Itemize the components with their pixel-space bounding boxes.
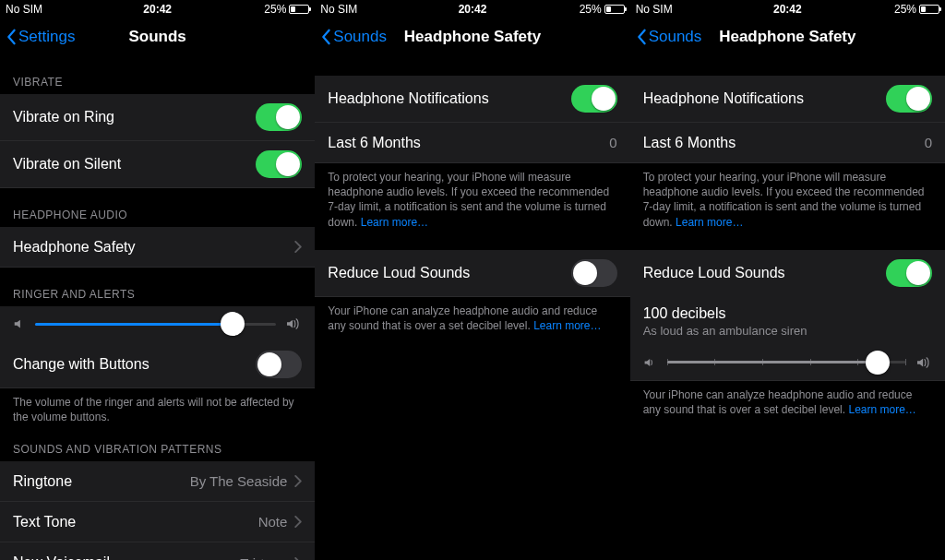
status-battery: 25% [209,3,310,16]
nav-bar: Sounds Headphone Safety [315,18,629,55]
decibel-slider-row [630,345,945,381]
volume-high-icon [285,317,302,330]
status-bar: No SIM 20:42 25% [0,0,315,18]
status-time: 20:42 [736,3,838,16]
status-time: 20:42 [107,3,209,16]
ringer-volume-slider-row [0,306,315,341]
row-ringtone[interactable]: Ringtone By The Seaside [0,461,315,502]
section-headphone-audio: HEADPHONE AUDIO [0,188,315,227]
ringer-volume-slider[interactable] [35,323,276,326]
row-last-6-months[interactable]: Last 6 Months 0 [630,123,945,163]
status-time: 20:42 [422,3,523,16]
reduce-footer: Your iPhone can analyze headphone audio … [315,297,629,335]
notifications-footer: To protect your hearing, your iPhone wil… [315,163,629,232]
row-last-6-months[interactable]: Last 6 Months 0 [315,123,629,163]
learn-more-link[interactable]: Learn more… [533,319,601,332]
toggle-headphone-notifications[interactable] [571,85,617,113]
notifications-footer: To protect your hearing, your iPhone wil… [630,163,945,232]
row-new-voicemail[interactable]: New Voicemail Tri-tone [0,542,315,560]
row-reduce-loud-sounds[interactable]: Reduce Loud Sounds [315,250,629,297]
toggle-headphone-notifications[interactable] [886,85,932,113]
back-button[interactable]: Settings [6,28,75,46]
volume-low-icon [13,317,26,330]
screen-sounds: No SIM 20:42 25% Settings Sounds VIBRATE… [0,0,315,560]
back-button[interactable]: Sounds [636,28,702,46]
status-bar: No SIM 20:42 25% [630,0,945,18]
row-vibrate-ring[interactable]: Vibrate on Ring [0,94,315,141]
row-text-tone[interactable]: Text Tone Note [0,502,315,542]
status-carrier: No SIM [636,3,737,16]
row-change-with-buttons[interactable]: Change with Buttons [0,341,315,388]
learn-more-link[interactable]: Learn more… [848,403,915,416]
status-carrier: No SIM [320,3,422,16]
volume-low-icon [643,356,658,369]
learn-more-link[interactable]: Learn more… [676,216,743,229]
toggle-vibrate-ring[interactable] [256,103,302,131]
change-buttons-footer: The volume of the ringer and alerts will… [0,388,315,426]
row-headphone-notifications[interactable]: Headphone Notifications [630,76,945,123]
chevron-left-icon [636,29,647,45]
row-headphone-safety[interactable]: Headphone Safety [0,227,315,268]
reduce-footer: Your iPhone can analyze headphone audio … [630,381,945,419]
toggle-vibrate-silent[interactable] [256,150,302,178]
chevron-left-icon [6,29,17,45]
section-ringer-alerts: RINGER AND ALERTS [0,268,315,306]
battery-icon [289,5,309,14]
screen-headphone-safety-on: No SIM 20:42 25% Sounds Headphone Safety… [630,0,945,560]
nav-bar: Settings Sounds [0,18,315,55]
decibel-readout: 100 decibels As loud as an ambulance sir… [630,296,945,345]
battery-icon [604,5,625,14]
status-battery: 25% [838,3,939,16]
toggle-change-with-buttons[interactable] [256,351,302,378]
back-button[interactable]: Sounds [320,28,387,46]
status-bar: No SIM 20:42 25% [315,0,629,18]
toggle-reduce-loud-sounds[interactable] [886,259,932,287]
section-sounds-patterns: SOUNDS AND VIBRATION PATTERNS [0,426,315,461]
chevron-right-icon [294,475,302,487]
screen-headphone-safety-off: No SIM 20:42 25% Sounds Headphone Safety… [315,0,629,560]
status-battery: 25% [523,3,625,16]
row-reduce-loud-sounds[interactable]: Reduce Loud Sounds [630,250,945,296]
nav-bar: Sounds Headphone Safety [630,18,945,55]
chevron-right-icon [294,241,302,253]
volume-high-icon [915,356,932,369]
chevron-right-icon [294,516,302,528]
chevron-left-icon [320,29,331,45]
toggle-reduce-loud-sounds[interactable] [571,259,617,287]
status-carrier: No SIM [6,3,107,16]
battery-icon [919,5,939,14]
decibel-slider[interactable] [667,361,906,363]
section-vibrate: VIBRATE [0,55,315,94]
row-vibrate-silent[interactable]: Vibrate on Silent [0,141,315,188]
learn-more-link[interactable]: Learn more… [361,216,428,229]
row-headphone-notifications[interactable]: Headphone Notifications [315,76,629,123]
